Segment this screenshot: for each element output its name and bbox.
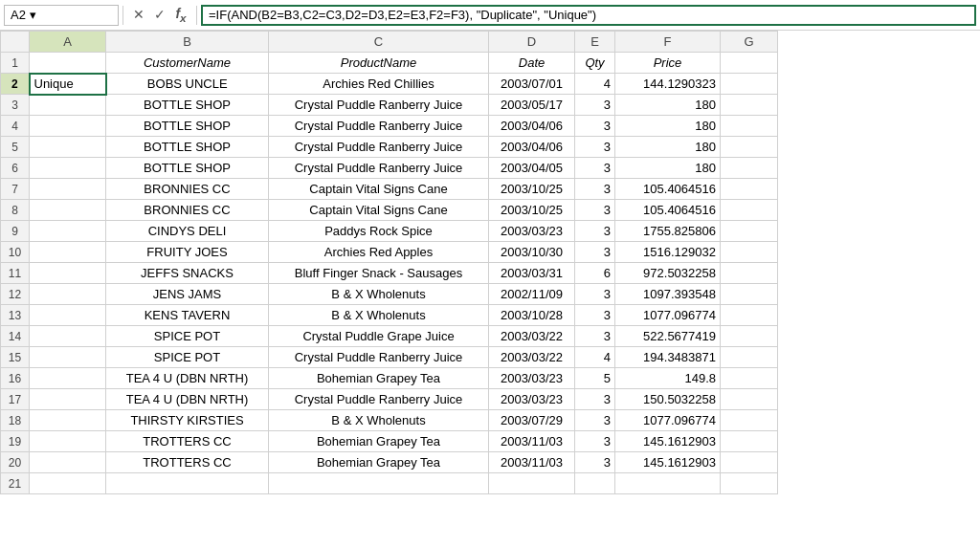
cell[interactable]: 105.4064516 xyxy=(615,179,721,200)
cell[interactable] xyxy=(30,158,106,179)
cell[interactable] xyxy=(30,200,106,221)
cell[interactable] xyxy=(30,389,106,410)
cell[interactable]: Bohemian Grapey Tea xyxy=(269,431,489,452)
cell[interactable] xyxy=(30,431,106,452)
col-header-c[interactable]: C xyxy=(269,32,489,53)
cell[interactable]: Captain Vital Signs Cane xyxy=(269,200,489,221)
cell[interactable]: 150.5032258 xyxy=(615,389,721,410)
cell[interactable]: BOTTLE SHOP xyxy=(106,116,269,137)
row-header-9[interactable]: 9 xyxy=(1,221,30,242)
cell[interactable] xyxy=(30,242,106,263)
cell[interactable]: 3 xyxy=(575,137,615,158)
row-header-19[interactable]: 19 xyxy=(1,431,30,452)
cell[interactable]: TEA 4 U (DBN NRTH) xyxy=(106,389,269,410)
cell[interactable]: 3 xyxy=(575,116,615,137)
cell[interactable]: 145.1612903 xyxy=(615,452,721,473)
cell[interactable] xyxy=(721,284,778,305)
confirm-icon[interactable]: ✓ xyxy=(152,7,167,22)
cell[interactable] xyxy=(721,53,778,74)
cell[interactable]: Crystal Puddle Ranberry Juice xyxy=(269,347,489,368)
cell[interactable]: Bohemian Grapey Tea xyxy=(269,452,489,473)
cell[interactable] xyxy=(721,116,778,137)
cell[interactable]: 3 xyxy=(575,200,615,221)
cell[interactable]: 3 xyxy=(575,452,615,473)
cell[interactable]: 3 xyxy=(575,305,615,326)
col-header-a[interactable]: A xyxy=(30,32,106,53)
cell[interactable]: 1097.393548 xyxy=(615,284,721,305)
row-header-13[interactable]: 13 xyxy=(1,305,30,326)
col-header-g[interactable]: G xyxy=(721,32,778,53)
cell[interactable] xyxy=(721,74,778,95)
cell[interactable] xyxy=(721,347,778,368)
cell[interactable] xyxy=(721,431,778,452)
cell[interactable]: 2003/10/25 xyxy=(489,200,575,221)
cell[interactable] xyxy=(615,473,721,494)
cell[interactable]: Archies Red Chillies xyxy=(269,74,489,95)
cell[interactable] xyxy=(721,137,778,158)
cell[interactable]: Unique xyxy=(30,74,106,95)
cell[interactable]: B & X Wholenuts xyxy=(269,305,489,326)
row-header-7[interactable]: 7 xyxy=(1,179,30,200)
cell[interactable]: 5 xyxy=(575,368,615,389)
cell[interactable]: 144.1290323 xyxy=(615,74,721,95)
col-header-f[interactable]: F xyxy=(615,32,721,53)
cell[interactable]: 2003/03/23 xyxy=(489,389,575,410)
row-header-15[interactable]: 15 xyxy=(1,347,30,368)
cell[interactable]: 105.4064516 xyxy=(615,200,721,221)
cell[interactable]: 2003/10/25 xyxy=(489,179,575,200)
cell[interactable]: 2002/11/09 xyxy=(489,284,575,305)
cell[interactable]: B & X Wholenuts xyxy=(269,410,489,431)
cell[interactable] xyxy=(721,158,778,179)
cell[interactable]: Paddys Rock Spice xyxy=(269,221,489,242)
cell[interactable]: 2003/04/06 xyxy=(489,137,575,158)
cell[interactable] xyxy=(721,221,778,242)
cell[interactable]: 194.3483871 xyxy=(615,347,721,368)
cell[interactable]: 145.1612903 xyxy=(615,431,721,452)
row-header-2[interactable]: 2 xyxy=(1,74,30,95)
cell[interactable]: 3 xyxy=(575,284,615,305)
cell[interactable]: 3 xyxy=(575,158,615,179)
cell[interactable]: THIRSTY KIRSTIES xyxy=(106,410,269,431)
cell[interactable]: Crystal Puddle Grape Juice xyxy=(269,326,489,347)
col-header-d[interactable]: D xyxy=(489,32,575,53)
row-header-21[interactable]: 21 xyxy=(1,473,30,494)
cell[interactable] xyxy=(30,284,106,305)
cell[interactable]: 2003/03/22 xyxy=(489,326,575,347)
cell-name-box[interactable]: A2 ▾ xyxy=(4,5,119,26)
cell[interactable] xyxy=(269,473,489,494)
cell[interactable]: 2003/04/06 xyxy=(489,116,575,137)
cell[interactable] xyxy=(30,347,106,368)
cell[interactable]: Captain Vital Signs Cane xyxy=(269,179,489,200)
formula-input[interactable] xyxy=(201,5,976,26)
cell[interactable] xyxy=(30,179,106,200)
cell[interactable]: Bluff Finger Snack - Sausages xyxy=(269,263,489,284)
cell[interactable]: 2003/07/29 xyxy=(489,410,575,431)
cell[interactable] xyxy=(30,221,106,242)
cell[interactable]: Crystal Puddle Ranberry Juice xyxy=(269,137,489,158)
cell[interactable] xyxy=(30,410,106,431)
cell[interactable]: JENS JAMS xyxy=(106,284,269,305)
cell[interactable]: 4 xyxy=(575,74,615,95)
cell[interactable]: BOTTLE SHOP xyxy=(106,95,269,116)
row-header-4[interactable]: 4 xyxy=(1,116,30,137)
col-header-e[interactable]: E xyxy=(575,32,615,53)
row-header-12[interactable]: 12 xyxy=(1,284,30,305)
row-header-6[interactable]: 6 xyxy=(1,158,30,179)
cell[interactable]: 3 xyxy=(575,179,615,200)
cell[interactable] xyxy=(721,305,778,326)
cell[interactable]: 2003/11/03 xyxy=(489,431,575,452)
cell[interactable]: 180 xyxy=(615,158,721,179)
cell[interactable] xyxy=(721,326,778,347)
cell[interactable]: 3 xyxy=(575,326,615,347)
insert-function-icon[interactable]: fx xyxy=(173,6,189,24)
cell[interactable]: 522.5677419 xyxy=(615,326,721,347)
row-header-5[interactable]: 5 xyxy=(1,137,30,158)
cell[interactable] xyxy=(721,473,778,494)
cell[interactable]: Date xyxy=(489,53,575,74)
cell[interactable]: 6 xyxy=(575,263,615,284)
cell[interactable]: 3 xyxy=(575,431,615,452)
cell[interactable] xyxy=(721,368,778,389)
cell[interactable] xyxy=(30,137,106,158)
cell[interactable]: 2003/10/28 xyxy=(489,305,575,326)
cell[interactable]: 1516.129032 xyxy=(615,242,721,263)
